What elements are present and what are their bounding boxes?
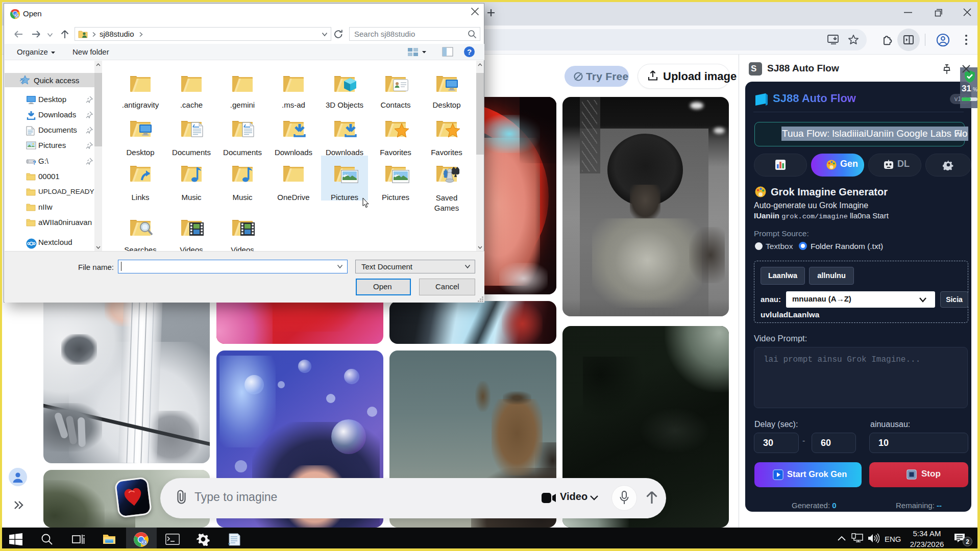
svg-text:?: ?: [33, 160, 36, 165]
